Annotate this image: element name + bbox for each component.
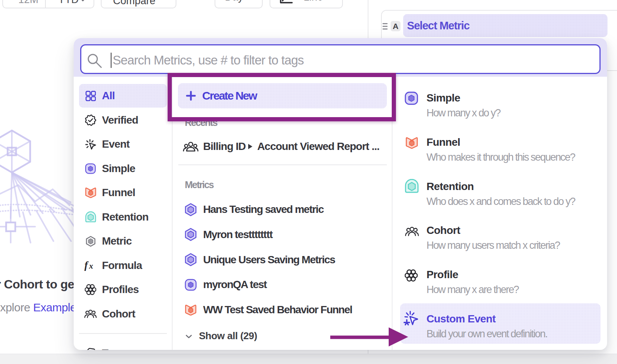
svg-text:x: x	[89, 261, 93, 271]
svg-text:f: f	[84, 260, 89, 271]
